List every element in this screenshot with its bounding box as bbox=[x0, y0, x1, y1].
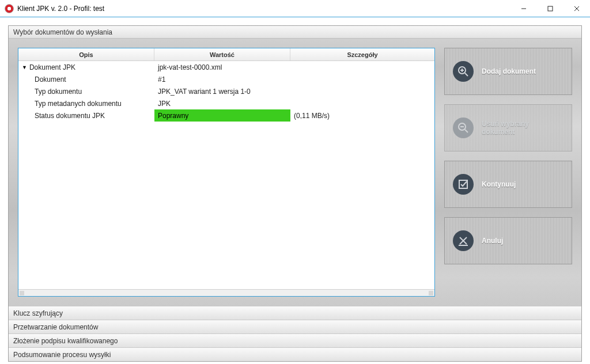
cancel-button[interactable]: Anuluj bbox=[444, 217, 572, 264]
add-document-label: Dodaj dokument bbox=[482, 67, 536, 75]
cell-wartosc: JPK_VAT wariant 1 wersja 1-0 bbox=[154, 85, 290, 97]
step-summary[interactable]: Podsumowanie procesu wysyłki bbox=[9, 347, 581, 361]
zoom-in-icon bbox=[453, 61, 474, 82]
cell-szczegoly bbox=[290, 97, 434, 109]
cell-opis: Typ metadanych dokumentu bbox=[18, 97, 154, 109]
remove-document-label: Usuń wybrany dokument bbox=[482, 120, 563, 136]
cell-szczegoly: (0,11 MB/s) bbox=[290, 109, 434, 122]
table-row[interactable]: Typ metadanych dokumentu JPK bbox=[18, 97, 434, 109]
side-buttons: Dodaj dokument Usuń wybrany dokument bbox=[444, 48, 572, 297]
cell-szczegoly bbox=[290, 85, 434, 97]
close-button[interactable] bbox=[563, 0, 590, 17]
table-header: Opis Wartość Szczegóły bbox=[18, 48, 434, 61]
step-signature[interactable]: Złożenie podpisu kwalifikowanego bbox=[9, 333, 581, 347]
window-controls bbox=[510, 0, 590, 17]
th-szczegoly[interactable]: Szczegóły bbox=[290, 48, 434, 60]
section-header: Wybór dokumentów do wysłania bbox=[9, 26, 581, 39]
svg-rect-1 bbox=[548, 6, 553, 11]
th-opis[interactable]: Opis bbox=[18, 48, 154, 60]
th-wartosc[interactable]: Wartość bbox=[154, 48, 290, 60]
remove-document-button: Usuń wybrany dokument bbox=[444, 104, 572, 151]
minimize-button[interactable] bbox=[510, 0, 537, 17]
cell-wartosc-status: Poprawny bbox=[154, 109, 290, 122]
documents-table: Opis Wartość Szczegóły ▼ Dokument JPK jp… bbox=[18, 48, 435, 297]
window-title: Klient JPK v. 2.0 - Profil: test bbox=[17, 5, 104, 13]
continue-button[interactable]: Kontynuuj bbox=[444, 161, 572, 208]
cancel-label: Anuluj bbox=[482, 237, 503, 245]
continue-label: Kontynuuj bbox=[482, 180, 516, 188]
table-row[interactable]: Status dokumentu JPK Poprawny (0,11 MB/s… bbox=[18, 109, 434, 122]
cell-szczegoly bbox=[290, 61, 434, 73]
horizontal-scrollbar[interactable] bbox=[18, 289, 434, 296]
main-panel: Wybór dokumentów do wysłania Opis Wartoś… bbox=[8, 25, 582, 362]
svg-line-5 bbox=[465, 73, 468, 76]
row-opis: Dokument JPK bbox=[29, 63, 75, 71]
cell-opis: ▼ Dokument JPK bbox=[18, 61, 154, 73]
table-row[interactable]: Typ dokumentu JPK_VAT wariant 1 wersja 1… bbox=[18, 85, 434, 97]
cell-opis: Dokument bbox=[18, 73, 154, 85]
table-row[interactable]: Dokument #1 bbox=[18, 73, 434, 85]
step-processing[interactable]: Przetwarzanie dokumentów bbox=[9, 320, 581, 333]
step-key[interactable]: Klucz szyfrujący bbox=[9, 306, 581, 320]
app-icon bbox=[5, 4, 14, 13]
tree-caret-icon[interactable]: ▼ bbox=[22, 65, 27, 70]
main-area: Opis Wartość Szczegóły ▼ Dokument JPK jp… bbox=[9, 39, 581, 306]
zoom-out-icon bbox=[453, 117, 474, 138]
cell-opis: Typ dokumentu bbox=[18, 85, 154, 97]
table-row[interactable]: ▼ Dokument JPK jpk-vat-test-0000.xml bbox=[18, 61, 434, 73]
cell-wartosc: #1 bbox=[154, 73, 290, 85]
svg-line-9 bbox=[465, 130, 468, 132]
cell-wartosc: JPK bbox=[154, 97, 290, 109]
cancel-icon bbox=[453, 230, 474, 251]
titlebar: Klient JPK v. 2.0 - Profil: test bbox=[0, 0, 590, 17]
cell-szczegoly bbox=[290, 73, 434, 85]
table-body: ▼ Dokument JPK jpk-vat-test-0000.xml Dok… bbox=[18, 61, 434, 289]
wizard-steps: Klucz szyfrujący Przetwarzanie dokumentó… bbox=[9, 306, 581, 361]
add-document-button[interactable]: Dodaj dokument bbox=[444, 48, 572, 95]
cell-wartosc: jpk-vat-test-0000.xml bbox=[154, 61, 290, 73]
maximize-button[interactable] bbox=[537, 0, 563, 17]
cell-opis: Status dokumentu JPK bbox=[18, 109, 154, 122]
check-square-icon bbox=[453, 174, 474, 195]
